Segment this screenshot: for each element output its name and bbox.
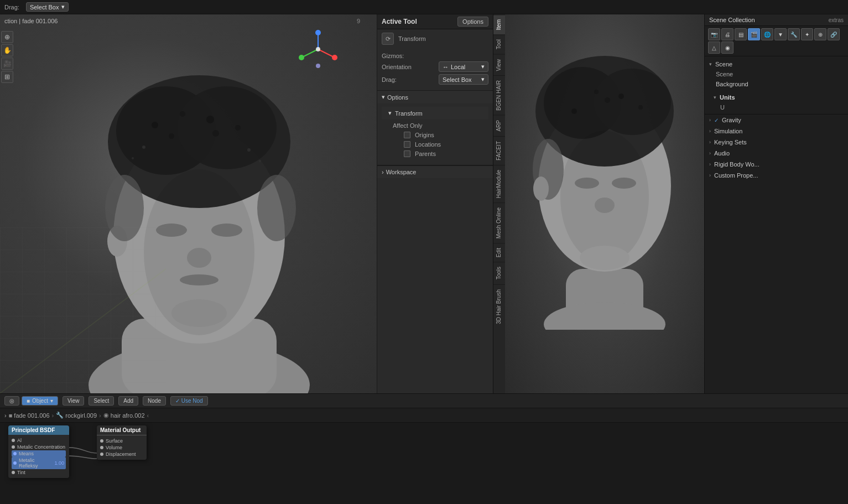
locations-checkbox[interactable]: [404, 141, 410, 148]
origins-checkbox[interactable]: [404, 132, 410, 138]
principled-bsdf-node[interactable]: Principled BSDF Al Metalic Concentration…: [8, 425, 69, 478]
orientation-value: Local: [451, 64, 465, 70]
output-icon[interactable]: 🖨: [721, 28, 733, 40]
left-viewport[interactable]: ction | fade 001.006 9 Z: [0, 14, 377, 393]
workspace-section[interactable]: › Workspace: [377, 165, 493, 178]
render-icon[interactable]: 📷: [708, 28, 720, 40]
origins-row: Origins: [391, 131, 484, 139]
viewport-icon-group: ◎ ■ Object ▾: [4, 396, 58, 406]
dot-metalic-ref: [13, 461, 17, 465]
drag-dropdown[interactable]: Select Box ▾: [439, 74, 488, 85]
units-label: Units: [720, 94, 735, 101]
breadcrumb-hair-icon: ◉: [103, 412, 109, 419]
transform-label: Transform: [398, 35, 426, 42]
breadcrumb-fade[interactable]: ■ fade 001.006: [9, 412, 50, 419]
use-nod-btn[interactable]: ✓ Use Nod: [170, 396, 208, 406]
object-btn[interactable]: ■ Object ▾: [22, 396, 58, 406]
grid-tool-btn[interactable]: ⊞: [1, 71, 13, 83]
tab-hairmodule[interactable]: HairModule: [493, 165, 505, 202]
view-btn[interactable]: View: [63, 396, 85, 406]
select-btn[interactable]: Select: [89, 396, 114, 406]
vertical-tabs: Item Tool View BGEN HAIR ARP FACEIT Hair…: [493, 14, 505, 393]
object-icon-small: ■: [27, 398, 30, 404]
dot-al: [12, 439, 15, 442]
gravity-label: Gravity: [722, 117, 741, 123]
cursor-tool-btn[interactable]: ⊕: [1, 31, 13, 43]
breadcrumb-hair[interactable]: ◉ hair afro.002: [103, 412, 145, 419]
physics-icon[interactable]: ⊕: [814, 28, 826, 40]
tab-edit[interactable]: Edit: [493, 243, 505, 262]
principled-bsdf-body: Al Metalic Concentration Means Metalic R…: [8, 435, 69, 478]
units-row[interactable]: ▾ Units: [709, 92, 844, 103]
tab-faceit[interactable]: FACEIT: [493, 136, 505, 165]
material-output-node[interactable]: Material Output Surface Volume Displacem…: [97, 425, 147, 460]
camera-tool-btn[interactable]: 🎥: [1, 58, 13, 70]
gizmos-label: Gizmos:: [382, 53, 404, 59]
svg-point-53: [560, 131, 649, 263]
dot-displacement: [100, 453, 103, 456]
world-icon[interactable]: 🌐: [761, 28, 773, 40]
keying-sets-row[interactable]: › Keying Sets: [705, 137, 848, 148]
parents-row: Parents: [391, 150, 484, 158]
bottom-area: ◎ ■ Object ▾ View Select Add Node ✓ Use …: [0, 393, 848, 504]
particles-icon[interactable]: ✦: [801, 28, 813, 40]
transform-subsection-header[interactable]: ▾ Transform: [382, 107, 488, 119]
tool-panel-header: Active Tool Options: [377, 14, 493, 29]
constraints-icon[interactable]: 🔗: [828, 28, 840, 40]
view-layer-icon[interactable]: ▤: [735, 28, 747, 40]
background-row[interactable]: Background: [705, 79, 848, 90]
dot-volume: [100, 446, 103, 449]
dot-metalic-conc: [12, 445, 15, 449]
svg-point-17: [257, 175, 296, 241]
object-label: Object: [32, 398, 48, 404]
right-viewport-area: [505, 14, 704, 393]
drag-row: Drag: Select Box ▾: [382, 74, 488, 85]
tab-tools[interactable]: Tools: [493, 262, 505, 284]
scene-item-label: Scene: [716, 71, 733, 77]
workspace-arrow: ›: [382, 169, 384, 175]
tab-mesh-online[interactable]: Mesh Online: [493, 202, 505, 243]
gravity-row[interactable]: › ✓ Gravity: [705, 115, 848, 126]
locations-label: Locations: [415, 141, 441, 148]
audio-row[interactable]: › Audio: [705, 148, 848, 159]
svg-point-54: [580, 246, 630, 270]
scene-item-row[interactable]: Scene: [705, 70, 848, 79]
data-icon[interactable]: △: [708, 41, 720, 54]
node-btn[interactable]: Node: [143, 396, 166, 406]
orientation-dropdown[interactable]: ↔ Local ▾: [439, 61, 488, 72]
audio-label: Audio: [714, 150, 730, 157]
keying-arrow: ›: [709, 139, 711, 145]
select-box-dropdown[interactable]: Select Box ▾: [26, 2, 69, 12]
breadcrumb-expand[interactable]: ›: [4, 412, 7, 419]
viewport-icon-btn[interactable]: ◎: [4, 396, 19, 406]
material-icon[interactable]: ◉: [721, 41, 733, 54]
parents-label: Parents: [415, 150, 436, 157]
viewport-breadcrumb: ction | fade 001.006: [4, 18, 58, 24]
move-tool-btn[interactable]: ✋: [1, 44, 13, 56]
scene-icon[interactable]: 🎬: [748, 28, 760, 40]
options-button[interactable]: Options: [457, 17, 488, 27]
right-viewport[interactable]: [505, 14, 704, 393]
rigid-body-row[interactable]: › Rigid Body Wo...: [705, 159, 848, 170]
add-btn[interactable]: Add: [118, 396, 138, 406]
orientation-arrow: ▾: [481, 63, 485, 70]
tab-3d-hair-brush[interactable]: 3D Hair Brush: [493, 284, 505, 329]
tab-bgen-hair[interactable]: BGEN HAIR: [493, 75, 505, 115]
custom-props-row[interactable]: › Custom Prope...: [705, 170, 848, 181]
node-canvas[interactable]: Principled BSDF Al Metalic Concentration…: [0, 423, 848, 504]
tab-arp[interactable]: ARP: [493, 115, 505, 136]
modifier-icon[interactable]: 🔧: [788, 28, 800, 40]
svg-point-25: [180, 111, 185, 117]
tab-item[interactable]: Item: [493, 14, 505, 34]
simulation-row[interactable]: › Simulation: [705, 126, 848, 137]
breadcrumb-rockgirl[interactable]: 🔧 rockgirl.009: [56, 412, 97, 419]
head-model-right: [522, 25, 688, 382]
object-icon[interactable]: ▼: [774, 28, 787, 40]
field-metalic-conc: Metalic Concentration: [12, 444, 66, 450]
tab-tool[interactable]: Tool: [493, 34, 505, 54]
parents-checkbox[interactable]: [404, 150, 410, 157]
tab-view[interactable]: View: [493, 54, 505, 76]
breadcrumb-sep-1: ›: [52, 412, 54, 419]
options-section-header[interactable]: ▾ Options: [377, 91, 493, 103]
scene-row[interactable]: ▾ Scene: [705, 59, 848, 70]
